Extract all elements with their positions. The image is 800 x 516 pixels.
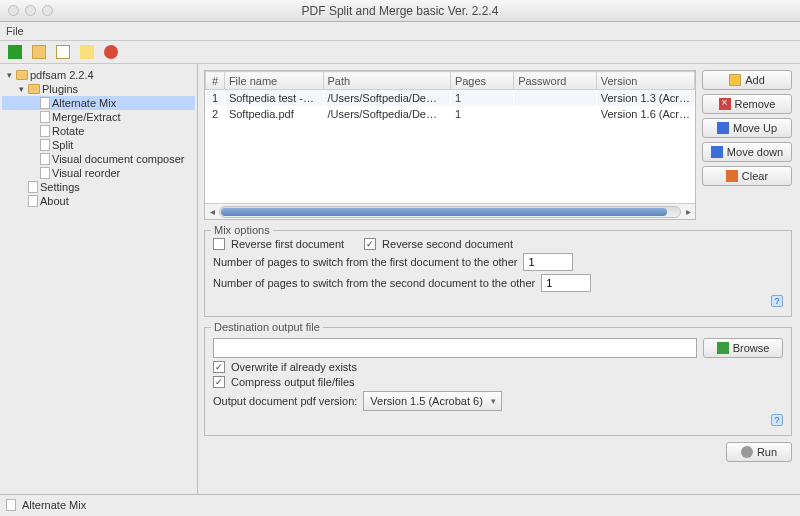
remove-button[interactable]: ×Remove xyxy=(702,94,792,114)
switch1-label: Number of pages to switch from the first… xyxy=(213,256,517,268)
sidebar-tree: ▾ pdfsam 2.2.4 ▾ Plugins Alternate Mix M… xyxy=(0,64,198,494)
move-up-button[interactable]: Move Up xyxy=(702,118,792,138)
col-path[interactable]: Path xyxy=(323,72,450,90)
col-pages[interactable]: Pages xyxy=(450,72,513,90)
tree-item-merge-extract[interactable]: Merge/Extract xyxy=(2,110,195,124)
move-down-button[interactable]: Move down xyxy=(702,142,792,162)
tree-item-label: Merge/Extract xyxy=(52,111,120,123)
expander-icon[interactable]: ▾ xyxy=(16,84,26,94)
folder-icon xyxy=(16,70,28,80)
menu-file[interactable]: File xyxy=(6,25,24,37)
clear-button[interactable]: Clear xyxy=(702,166,792,186)
window-title: PDF Split and Merge basic Ver. 2.2.4 xyxy=(0,4,800,18)
reverse-second-label: Reverse second document xyxy=(382,238,513,250)
col-file[interactable]: File name xyxy=(224,72,323,90)
scroll-right-icon[interactable]: ▸ xyxy=(681,206,695,217)
switch2-input[interactable] xyxy=(541,274,591,292)
status-text: Alternate Mix xyxy=(22,499,86,511)
add-button[interactable]: Add xyxy=(702,70,792,90)
overwrite-checkbox[interactable]: ✓ xyxy=(213,361,225,373)
tree-about[interactable]: About xyxy=(2,194,195,208)
file-icon xyxy=(40,111,50,123)
switch2-label: Number of pages to switch from the secon… xyxy=(213,277,535,289)
folder-icon xyxy=(28,84,40,94)
col-ver[interactable]: Version xyxy=(596,72,694,90)
toolbar xyxy=(0,40,800,64)
col-pwd[interactable]: Password xyxy=(514,72,597,90)
clear-icon xyxy=(726,170,738,182)
help-icon[interactable]: ? xyxy=(771,414,783,426)
menubar: File xyxy=(0,22,800,40)
tree-item-label: Alternate Mix xyxy=(52,97,116,109)
compress-checkbox[interactable]: ✓ xyxy=(213,376,225,388)
tree-plugins-label: Plugins xyxy=(42,83,78,95)
tree-settings[interactable]: Settings xyxy=(2,180,195,194)
tree-root[interactable]: ▾ pdfsam 2.2.4 xyxy=(2,68,195,82)
log-icon[interactable] xyxy=(56,45,70,59)
scroll-thumb[interactable] xyxy=(221,208,667,216)
folder-icon[interactable] xyxy=(32,45,46,59)
file-icon xyxy=(40,97,50,109)
compress-label: Compress output file/files xyxy=(231,376,355,388)
exit-icon[interactable] xyxy=(104,45,118,59)
dest-path-input[interactable] xyxy=(213,338,697,358)
table-row[interactable]: 2 Softpedia.pdf /Users/Softpedia/De… 1 V… xyxy=(206,106,695,122)
version-select[interactable]: Version 1.5 (Acrobat 6) xyxy=(363,391,502,411)
tree-plugins[interactable]: ▾ Plugins xyxy=(2,82,195,96)
table-row[interactable]: 1 Softpedia test -… /Users/Softpedia/De…… xyxy=(206,90,695,106)
file-icon xyxy=(28,181,38,193)
reverse-first-checkbox[interactable] xyxy=(213,238,225,250)
gear-icon xyxy=(741,446,753,458)
edit-icon[interactable] xyxy=(80,45,94,59)
file-icon xyxy=(40,153,50,165)
browse-button[interactable]: Browse xyxy=(703,338,783,358)
tree-root-label: pdfsam 2.2.4 xyxy=(30,69,94,81)
help-icon[interactable]: ? xyxy=(771,295,783,307)
file-icon xyxy=(28,195,38,207)
titlebar: PDF Split and Merge basic Ver. 2.2.4 xyxy=(0,0,800,22)
destination-section: Destination output file Browse ✓ Overwri… xyxy=(204,327,792,436)
reverse-second-checkbox[interactable]: ✓ xyxy=(364,238,376,250)
add-icon xyxy=(729,74,741,86)
mix-legend: Mix options xyxy=(211,224,273,236)
file-icon xyxy=(40,125,50,137)
arrow-down-icon xyxy=(711,146,723,158)
tree-item-label: Rotate xyxy=(52,125,84,137)
overwrite-label: Overwrite if already exists xyxy=(231,361,357,373)
status-icon xyxy=(6,499,16,511)
hscrollbar[interactable]: ◂ ▸ xyxy=(205,203,695,219)
scroll-left-icon[interactable]: ◂ xyxy=(205,206,219,217)
col-n[interactable]: # xyxy=(206,72,225,90)
mix-options-section: Mix options Reverse first document ✓ Rev… xyxy=(204,230,792,317)
run-button[interactable]: Run xyxy=(726,442,792,462)
switch1-input[interactable] xyxy=(523,253,573,271)
dest-legend: Destination output file xyxy=(211,321,323,333)
tree-item-label: Visual reorder xyxy=(52,167,120,179)
tree-item-rotate[interactable]: Rotate xyxy=(2,124,195,138)
tree-item-label: Visual document composer xyxy=(52,153,184,165)
tree-settings-label: Settings xyxy=(40,181,80,193)
file-icon xyxy=(40,167,50,179)
version-label: Output document pdf version: xyxy=(213,395,357,407)
tree-about-label: About xyxy=(40,195,69,207)
reverse-first-label: Reverse first document xyxy=(231,238,344,250)
browse-icon xyxy=(717,342,729,354)
file-icon xyxy=(40,139,50,151)
tree-item-visual-reorder[interactable]: Visual reorder xyxy=(2,166,195,180)
expander-icon[interactable]: ▾ xyxy=(4,70,14,80)
remove-icon: × xyxy=(719,98,731,110)
tree-item-label: Split xyxy=(52,139,73,151)
statusbar: Alternate Mix xyxy=(0,494,800,514)
tree-item-split[interactable]: Split xyxy=(2,138,195,152)
arrow-up-icon xyxy=(717,122,729,134)
files-table: # File name Path Pages Password Version … xyxy=(204,70,696,220)
save-icon[interactable] xyxy=(8,45,22,59)
tree-item-alternate-mix[interactable]: Alternate Mix xyxy=(2,96,195,110)
tree-item-visual-composer[interactable]: Visual document composer xyxy=(2,152,195,166)
